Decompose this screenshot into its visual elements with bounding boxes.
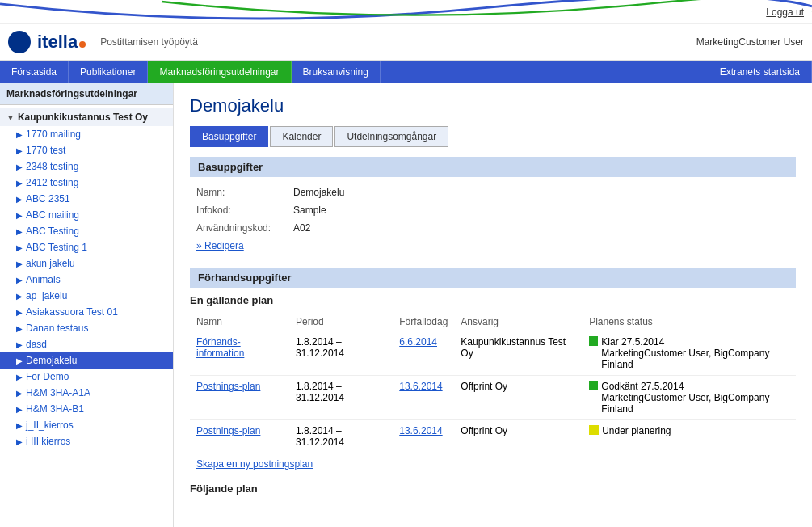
bullet-icon: ▶ (16, 292, 23, 301)
col-period: Period (289, 313, 393, 331)
bullet-icon: ▶ (16, 340, 23, 349)
bullet-icon: ▶ (16, 130, 23, 139)
next-plan-label: Följande plan (190, 483, 796, 495)
bullet-icon: ▶ (16, 324, 23, 333)
tab-utdelningsomgangar[interactable]: Utdelningsomgångar (334, 126, 448, 147)
nav-item-forstasida[interactable]: Förstasida (0, 61, 69, 83)
field-value-namn: Demojakelu (287, 183, 796, 201)
plan-period-3: 1.8.2014 – 31.12.2014 (289, 420, 393, 453)
bullet-icon: ▶ (16, 195, 23, 204)
tab-kalender[interactable]: Kalender (270, 126, 333, 147)
edit-link[interactable]: » Redigera (190, 237, 250, 255)
plan-status-3: Under planering (583, 420, 796, 453)
sidebar-item-dasd[interactable]: ▶dasd (0, 336, 173, 352)
status-text-2: Godkänt 27.5.2014 MarketingCustomer User… (601, 381, 789, 415)
status-cell: Godkänt 27.5.2014 MarketingCustomer User… (589, 381, 789, 415)
table-row: Postnings-plan 1.8.2014 – 31.12.2014 13.… (190, 376, 796, 420)
bullet-icon: ▶ (16, 162, 23, 171)
logo: itella Postittamisen työpöytä (8, 31, 198, 53)
bullet-icon: ▶ (16, 146, 23, 155)
plan-deadline-2: 13.6.2014 (393, 376, 454, 420)
plan-status-2: Godkänt 27.5.2014 MarketingCustomer User… (583, 376, 796, 420)
sidebar-item-i-iii[interactable]: ▶i III kierros (0, 433, 173, 449)
table-header-row: Namn Period Förfallodag Ansvarig Planens… (190, 313, 796, 331)
table-row: Användningskod: A02 (190, 219, 796, 237)
bullet-icon: ▶ (16, 179, 23, 188)
plan-deadline-1: 6.6.2014 (393, 331, 454, 376)
sidebar-item-j-ii[interactable]: ▶j_II_kierros (0, 417, 173, 433)
bullet-icon: ▶ (16, 308, 23, 317)
sidebar-item-asiakassuora[interactable]: ▶Asiakassuora Test 01 (0, 304, 173, 320)
status-badge-green (589, 336, 598, 346)
tabs: Basuppgifter Kalender Utdelningsomgångar (190, 126, 796, 147)
sidebar-item-for-demo[interactable]: ▶For Demo (0, 369, 173, 385)
sidebar-item-danan[interactable]: ▶Danan testaus (0, 320, 173, 336)
sidebar-group-text: Kaupunkikustannus Test Oy (18, 112, 148, 123)
table-row: Namn: Demojakelu (190, 183, 796, 201)
plan-name-2[interactable]: Postnings-plan (190, 376, 289, 420)
col-namn: Namn (190, 313, 289, 331)
sidebar-item-abc-testing[interactable]: ▶ABC Testing (0, 223, 173, 239)
sidebar-item-ap-jakelu[interactable]: ▶ap_jakelu (0, 288, 173, 304)
sidebar-item-2412-testing[interactable]: ▶2412 testing (0, 175, 173, 191)
nav-item-extranets[interactable]: Extranets startsida (709, 61, 812, 83)
nav-item-publikationer[interactable]: Publikationer (69, 61, 148, 83)
field-value-infokod: Sample (287, 201, 796, 219)
header: itella Postittamisen työpöytä MarketingC… (0, 24, 812, 61)
plan-responsible-3: Offprint Oy (454, 420, 583, 453)
logo-subtitle: Postittamisen työpöytä (100, 36, 198, 48)
page-title: Demojakelu (190, 95, 796, 116)
bullet-icon: ▶ (16, 405, 23, 414)
nav-item-marknads[interactable]: Marknadsföringsutdelningar (148, 61, 291, 83)
bullet-icon: ▶ (16, 211, 23, 220)
forhand-section: Förhandsuppgifter En gällande plan Namn … (190, 268, 796, 495)
sidebar-item-hm-b1[interactable]: ▶H&M 3HA-B1 (0, 401, 173, 417)
create-link[interactable]: Skapa en ny postningsplan (190, 453, 319, 474)
logo-dot (79, 41, 86, 48)
sidebar-item-akun-jakelu[interactable]: ▶akun jakelu (0, 255, 173, 272)
logout-link[interactable]: Logga ut (766, 6, 804, 18)
plan-status-1: Klar 27.5.2014 MarketingCustomer User, B… (583, 331, 796, 376)
bullet-icon: ▶ (16, 243, 23, 252)
col-ansvarig: Ansvarig (454, 313, 583, 331)
bullet-icon: ▶ (16, 227, 23, 236)
sidebar-item-abc-testing1[interactable]: ▶ABC Testing 1 (0, 239, 173, 255)
status-cell: Under planering (589, 425, 789, 436)
table-row: Infokod: Sample (190, 201, 796, 219)
logo-circle (8, 31, 31, 53)
sidebar-item-1770-mailing[interactable]: ▶1770 mailing (0, 126, 173, 142)
plan-period-1: 1.8.2014 – 31.12.2014 (289, 331, 393, 376)
sidebar-item-demojakelu[interactable]: ▶Demojakelu (0, 352, 173, 369)
bullet-icon: ▶ (16, 259, 23, 268)
nav-item-bruksanvisning[interactable]: Bruksanvisning (292, 61, 381, 83)
top-bar: Logga ut (0, 0, 812, 24)
sidebar-item-hm-a1a[interactable]: ▶H&M 3HA-A1A (0, 385, 173, 401)
sidebar-item-animals[interactable]: ▶Animals (0, 272, 173, 288)
sidebar-item-abc2351[interactable]: ▶ABC 2351 (0, 191, 173, 207)
bullet-icon: ▶ (16, 421, 23, 430)
sidebar-group: ▼ Kaupunkikustannus Test Oy ▶1770 mailin… (0, 105, 173, 453)
tab-basuppgifter[interactable]: Basuppgifter (190, 126, 268, 147)
basuppgifter-section: Basuppgifter Namn: Demojakelu Infokod: S… (190, 157, 796, 255)
sidebar-item-1770-test[interactable]: ▶1770 test (0, 142, 173, 158)
status-cell: Klar 27.5.2014 MarketingCustomer User, B… (589, 336, 789, 370)
info-table: Namn: Demojakelu Infokod: Sample Användn… (190, 183, 796, 237)
col-status: Planens status (583, 313, 796, 331)
sidebar-item-abc-mailing[interactable]: ▶ABC mailing (0, 207, 173, 223)
col-forfallodag: Förfallodag (393, 313, 454, 331)
bullet-icon: ▶ (16, 389, 23, 398)
sidebar-group-label[interactable]: ▼ Kaupunkikustannus Test Oy (0, 108, 173, 126)
sidebar-item-2348-testing[interactable]: ▶2348 testing (0, 158, 173, 175)
plan-deadline-3: 13.6.2014 (393, 420, 454, 453)
bullet-icon: ▶ (16, 373, 23, 382)
status-text-3: Under planering (602, 425, 671, 436)
basuppgifter-header: Basuppgifter (190, 157, 796, 177)
plan-period-2: 1.8.2014 – 31.12.2014 (289, 376, 393, 420)
plan-title: En gällande plan (190, 294, 796, 306)
plan-name-3[interactable]: Postnings-plan (190, 420, 289, 453)
table-row: Postnings-plan 1.8.2014 – 31.12.2014 13.… (190, 420, 796, 453)
plan-responsible-2: Offprint Oy (454, 376, 583, 420)
plan-name-1[interactable]: Förhands-information (190, 331, 289, 376)
bullet-icon: ▶ (16, 276, 23, 285)
table-row: Förhands-information 1.8.2014 – 31.12.20… (190, 331, 796, 376)
